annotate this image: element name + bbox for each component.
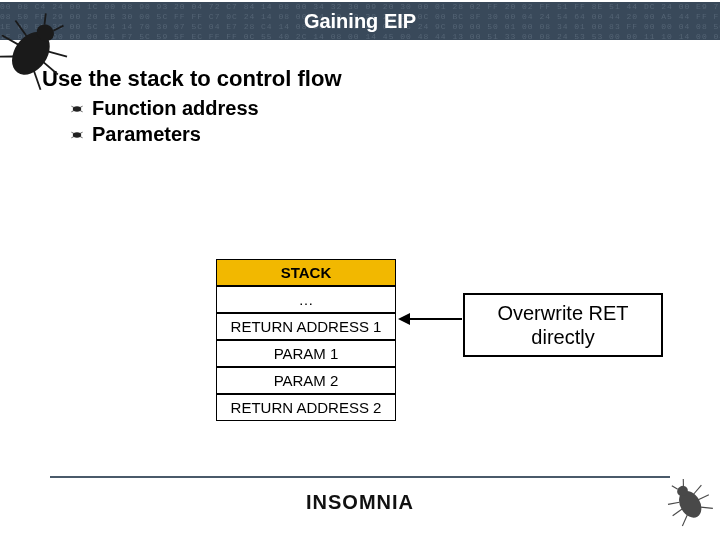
stack-row: … xyxy=(216,286,396,313)
svg-line-5 xyxy=(80,106,83,107)
bug-bullet-icon xyxy=(70,104,84,114)
stack-row: PARAM 2 xyxy=(216,367,396,394)
callout-line2: directly xyxy=(469,325,657,349)
svg-marker-13 xyxy=(398,313,410,325)
stack-row: RETURN ADDRESS 2 xyxy=(216,394,396,421)
svg-line-9 xyxy=(71,136,74,137)
title-bar: 00 08 C4 24 00 1C 00 08 90 93 20 04 72 C… xyxy=(0,2,720,40)
svg-line-4 xyxy=(71,110,74,111)
callout-line1: Overwrite RET xyxy=(469,301,657,325)
footer-divider xyxy=(50,476,670,478)
body-heading: Use the stack to control flow xyxy=(42,65,682,93)
bullet-label: Function address xyxy=(92,97,259,120)
svg-line-6 xyxy=(80,110,83,111)
svg-line-10 xyxy=(80,132,83,133)
bug-bullet-icon xyxy=(70,130,84,140)
slide-title: Gaining EIP xyxy=(0,2,720,40)
stack-row: RETURN ADDRESS 1 xyxy=(216,313,396,340)
list-item: Parameters xyxy=(70,123,682,146)
svg-line-3 xyxy=(71,106,74,107)
svg-point-2 xyxy=(73,106,81,112)
svg-line-11 xyxy=(80,136,83,137)
bug-small-icon xyxy=(658,473,718,528)
svg-point-7 xyxy=(73,132,81,138)
bullet-label: Parameters xyxy=(92,123,201,146)
body-text: Use the stack to control flow Function a… xyxy=(42,65,682,149)
stack-header: STACK xyxy=(216,259,396,286)
stack-table: STACK … RETURN ADDRESS 1 PARAM 1 PARAM 2… xyxy=(216,259,396,421)
arrow-icon xyxy=(396,310,464,328)
list-item: Function address xyxy=(70,97,682,120)
svg-line-8 xyxy=(71,132,74,133)
stack-row: PARAM 1 xyxy=(216,340,396,367)
footer-brand: INSOMNIA xyxy=(0,491,720,514)
bug-large-icon xyxy=(0,0,80,95)
bullet-list: Function address Parameters xyxy=(42,97,682,146)
slide: 00 08 C4 24 00 1C 00 08 90 93 20 04 72 C… xyxy=(0,0,720,540)
callout-box: Overwrite RET directly xyxy=(463,293,663,357)
